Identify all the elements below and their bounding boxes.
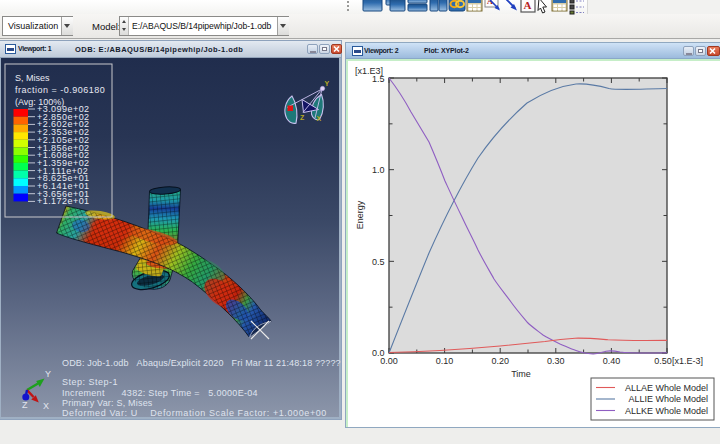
svg-text:ALLAE Whole Model: ALLAE Whole Model <box>625 383 708 393</box>
svg-text:[x1.E-3]: [x1.E-3] <box>672 356 703 366</box>
svg-text:0.20: 0.20 <box>491 356 509 366</box>
svg-text:Energy: Energy <box>355 200 365 229</box>
svg-text:0.10: 0.10 <box>436 356 454 366</box>
svg-text:[x1.E3]: [x1.E3] <box>355 66 383 76</box>
svg-text:1.0: 1.0 <box>372 165 385 175</box>
svg-text:0.50: 0.50 <box>654 356 672 366</box>
svg-text:ALLKE Whole Model: ALLKE Whole Model <box>625 406 708 416</box>
svg-text:ALLIE Whole Model: ALLIE Whole Model <box>628 394 708 404</box>
svg-text:Time: Time <box>511 369 531 379</box>
svg-text:0.00: 0.00 <box>380 356 398 366</box>
svg-text:0.30: 0.30 <box>547 356 565 366</box>
svg-text:0.5: 0.5 <box>372 257 385 267</box>
svg-text:0.40: 0.40 <box>603 356 621 366</box>
